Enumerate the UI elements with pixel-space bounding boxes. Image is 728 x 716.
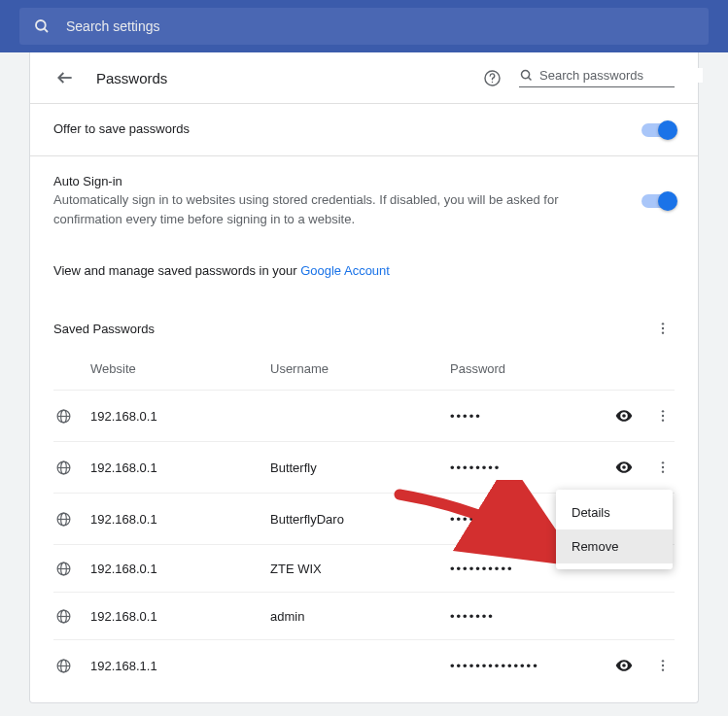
col-username: Username xyxy=(270,361,450,376)
username-cell: ZTE WIX xyxy=(270,562,450,576)
username-cell: Butterfly xyxy=(270,460,450,475)
svg-point-7 xyxy=(662,323,664,324)
site-cell[interactable]: 192.168.1.1 xyxy=(90,659,270,673)
svg-point-21 xyxy=(662,461,664,463)
search-passwords[interactable] xyxy=(519,68,675,87)
globe-icon xyxy=(53,559,73,578)
site-cell[interactable]: 192.168.0.1 xyxy=(90,609,270,624)
offer-save-section: Offer to save passwords xyxy=(30,103,698,155)
help-icon[interactable] xyxy=(482,68,502,87)
site-cell[interactable]: 192.168.0.1 xyxy=(90,562,270,576)
table-row: 192.168.0.1admin••••••• xyxy=(53,592,675,639)
offer-save-toggle[interactable] xyxy=(641,123,675,137)
row-more-icon[interactable] xyxy=(651,456,675,479)
password-cell: ••••••• xyxy=(450,609,612,624)
table-head: Website Username Password xyxy=(53,352,675,390)
globe-icon xyxy=(53,509,73,528)
auto-signin-desc: Automatically sign in to websites using … xyxy=(53,190,559,228)
top-search-inner[interactable] xyxy=(19,8,709,45)
username-cell: ButterflyDaro xyxy=(270,512,450,527)
row-context-menu: Details Remove xyxy=(556,490,673,569)
table-row: 192.168.0.1••••• xyxy=(53,390,675,441)
col-password: Password xyxy=(450,361,675,376)
svg-point-0 xyxy=(36,20,46,30)
svg-point-20 xyxy=(622,465,626,469)
svg-point-42 xyxy=(662,665,664,666)
show-password-icon[interactable] xyxy=(612,404,636,427)
saved-passwords-header: Saved Passwords xyxy=(30,295,698,352)
col-website: Website xyxy=(90,361,270,376)
svg-point-9 xyxy=(662,331,664,333)
svg-line-1 xyxy=(44,28,48,32)
saved-passwords-title: Saved Passwords xyxy=(53,322,651,336)
site-cell[interactable]: 192.168.0.1 xyxy=(90,512,270,527)
menu-remove[interactable]: Remove xyxy=(556,529,673,563)
globe-icon xyxy=(53,406,73,426)
row-more-icon[interactable] xyxy=(651,654,675,677)
menu-details[interactable]: Details xyxy=(556,495,673,529)
passwords-card: Passwords Offer to save passwords Auto S… xyxy=(29,52,699,703)
site-cell[interactable]: 192.168.0.1 xyxy=(90,409,270,424)
svg-line-6 xyxy=(529,78,532,81)
row-more-icon[interactable] xyxy=(651,404,675,427)
page-title: Passwords xyxy=(96,70,482,86)
svg-point-15 xyxy=(662,415,664,417)
saved-passwords-more-icon[interactable] xyxy=(651,317,675,340)
table-row: 192.168.1.1•••••••••••••• xyxy=(53,639,675,691)
search-passwords-input[interactable] xyxy=(539,68,703,83)
auto-signin-title: Auto Sign-in xyxy=(53,174,641,188)
link-prefix: View and manage saved passwords in your xyxy=(53,263,300,278)
auto-signin-section: Auto Sign-in Automatically sign in to we… xyxy=(30,155,698,246)
svg-point-23 xyxy=(662,470,664,472)
show-password-icon[interactable] xyxy=(612,456,636,479)
svg-point-14 xyxy=(662,410,664,412)
table-row: 192.168.0.1Butterfly•••••••• xyxy=(53,441,675,493)
svg-point-8 xyxy=(662,327,664,329)
svg-point-4 xyxy=(491,81,492,82)
globe-icon xyxy=(53,606,73,626)
google-account-line: View and manage saved passwords in your … xyxy=(30,246,698,295)
auto-signin-toggle[interactable] xyxy=(641,194,675,208)
svg-point-13 xyxy=(622,414,626,418)
svg-point-16 xyxy=(662,419,664,421)
globe-icon xyxy=(53,656,73,675)
svg-point-43 xyxy=(662,668,664,670)
svg-point-41 xyxy=(662,660,664,662)
password-cell: •••••••••••••• xyxy=(450,659,612,673)
top-search-input[interactable] xyxy=(66,18,695,34)
top-search-bar xyxy=(0,0,728,52)
show-password-icon[interactable] xyxy=(612,654,636,677)
card-header: Passwords xyxy=(30,52,698,103)
svg-point-22 xyxy=(662,466,664,468)
site-cell[interactable]: 192.168.0.1 xyxy=(90,460,270,475)
password-cell: ••••• xyxy=(450,409,612,424)
svg-point-5 xyxy=(522,71,530,79)
password-cell: •••••••• xyxy=(450,460,612,475)
svg-point-40 xyxy=(622,664,626,667)
search-icon xyxy=(33,17,51,35)
back-arrow-icon[interactable] xyxy=(53,66,77,89)
offer-save-title: Offer to save passwords xyxy=(53,121,641,136)
search-icon xyxy=(519,68,534,83)
google-account-link[interactable]: Google Account xyxy=(300,263,390,278)
username-cell: admin xyxy=(270,609,450,624)
globe-icon xyxy=(53,458,73,477)
